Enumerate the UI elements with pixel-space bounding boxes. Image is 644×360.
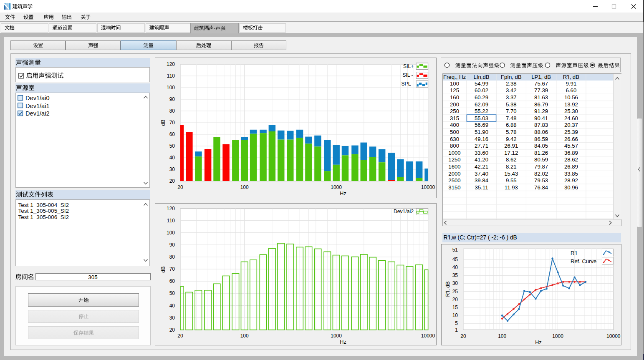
svg-text:20: 20 [452,297,458,302]
svg-text:25: 25 [452,289,458,295]
svg-text:Ref. Curve: Ref. Curve [571,258,596,264]
svg-text:Hz: Hz [535,340,541,345]
svg-text:1000: 1000 [552,333,563,339]
svg-text:20: 20 [460,333,466,339]
svg-text:R'I, dB: R'I, dB [445,281,451,297]
svg-text:30: 30 [452,280,458,286]
svg-text:10: 10 [452,312,458,318]
svg-text:1: 1 [455,327,458,333]
svg-text:5: 5 [455,320,458,326]
svg-text:10000: 10000 [606,333,621,339]
svg-text:51: 51 [452,247,458,253]
svg-text:15: 15 [452,305,458,310]
svg-text:R'I: R'I [571,250,577,256]
svg-text:35: 35 [452,272,458,278]
svg-text:100: 100 [498,333,506,339]
svg-text:45: 45 [452,257,458,262]
svg-text:40: 40 [452,264,458,270]
